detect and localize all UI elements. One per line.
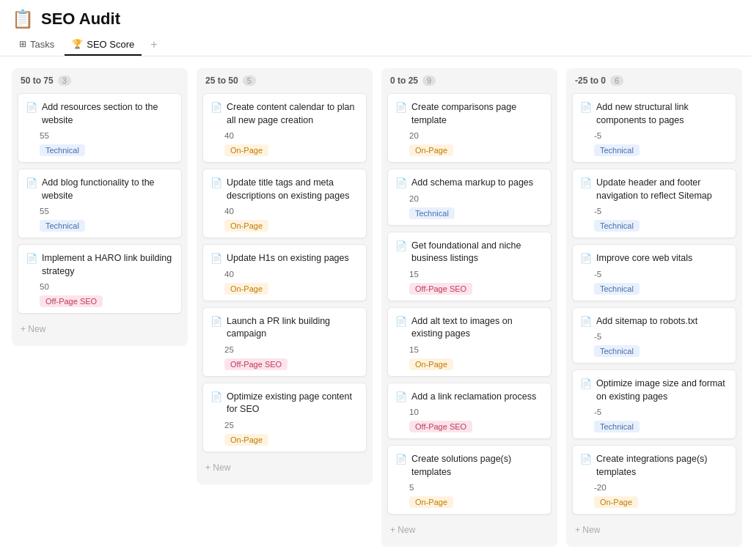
column-header-col-n25-0: -25 to 06 [572, 75, 736, 86]
card-score: -5 [580, 270, 728, 279]
card-title: Optimize existing page content for SEO [227, 391, 359, 416]
card[interactable]: 📄Update title tags and meta descriptions… [202, 169, 367, 238]
document-icon: 📄 [210, 391, 222, 402]
column-col-0-25: 0 to 259📄Create comparisons page templat… [381, 68, 557, 547]
document-icon: 📄 [210, 253, 222, 264]
add-new-col-n25-0[interactable]: + New [572, 520, 736, 539]
card-badge: On-Page [224, 144, 268, 156]
page-title: SEO Audit [41, 10, 120, 29]
card[interactable]: 📄Implement a HARO link building strategy… [18, 244, 182, 314]
card[interactable]: 📄Create integrations page(s) templates-2… [572, 445, 736, 515]
card[interactable]: 📄Improve core web vitals-5Technical [572, 244, 736, 301]
card-badge: Technical [594, 283, 640, 295]
card-title-row: 📄Launch a PR link building campaign [210, 315, 359, 341]
card-score: 20 [395, 131, 543, 140]
board: 50 to 753📄Add resources section to the w… [0, 56, 751, 559]
card-title: Create comparisons page template [411, 101, 543, 127]
page-header: 📋 SEO Audit [0, 0, 751, 34]
card[interactable]: 📄Create solutions page(s) templates5On-P… [387, 445, 552, 515]
document-icon: 📄 [26, 102, 37, 113]
card-score: -20 [580, 483, 728, 492]
card[interactable]: 📄Get foundational and niche business lis… [387, 232, 552, 301]
card[interactable]: 📄Add alt text to images on existing page… [387, 307, 552, 377]
column-col-25-50: 25 to 505📄Create content calendar to pla… [197, 68, 373, 485]
card-score: 25 [210, 345, 359, 354]
card-title: Implement a HARO link building strategy [42, 252, 174, 278]
document-icon: 📄 [395, 102, 407, 113]
card[interactable]: 📄Add schema markup to pages20Technical [387, 169, 552, 226]
card-title-row: 📄Optimize existing page content for SEO [210, 391, 359, 416]
card-title-row: 📄Improve core web vitals [580, 252, 728, 265]
card[interactable]: 📄Create comparisons page template20On-Pa… [387, 93, 552, 163]
column-header-col-50-75: 50 to 753 [18, 75, 182, 86]
card-title-row: 📄Add new structural link components to p… [580, 101, 728, 127]
column-title-col-0-25: 0 to 25 [390, 75, 418, 86]
card[interactable]: 📄Add resources section to the website55T… [18, 93, 182, 163]
document-icon: 📄 [580, 102, 592, 113]
card-badge: On-Page [409, 144, 453, 156]
card[interactable]: 📄Optimize existing page content for SEO2… [202, 383, 367, 452]
tab-tasks-label: Tasks [30, 39, 54, 50]
document-icon: 📄 [395, 177, 407, 188]
card-title: Create solutions page(s) templates [411, 453, 543, 479]
tab-bar: ⊞ Tasks 🏆 SEO Score + [0, 34, 751, 56]
card-title: Add alt text to images on existing pages [411, 315, 543, 341]
tab-tasks[interactable]: ⊞ Tasks [12, 34, 62, 56]
card[interactable]: 📄Add sitemap to robots.txt-5Technical [572, 307, 736, 364]
column-title-col-25-50: 25 to 50 [205, 75, 238, 86]
card-score: 40 [210, 207, 359, 215]
card-score: 40 [210, 131, 359, 140]
tab-seo-score[interactable]: 🏆 SEO Score [65, 34, 142, 56]
card[interactable]: 📄Add new structural link components to p… [572, 93, 736, 163]
column-count-col-25-50: 5 [243, 75, 256, 86]
document-icon: 📄 [210, 102, 222, 113]
card-title: Add a link reclamation process [411, 391, 536, 404]
card-title-row: 📄Add schema markup to pages [395, 177, 543, 190]
card-badge: Off-Page SEO [409, 421, 472, 432]
document-icon: 📄 [26, 177, 37, 188]
card[interactable]: 📄Update header and footer navigation to … [572, 169, 736, 238]
card-badge: Technical [594, 144, 640, 156]
card-score: -5 [580, 207, 728, 215]
column-col-n25-0: -25 to 06📄Add new structural link compon… [566, 68, 742, 547]
card-score: 15 [395, 345, 543, 354]
document-icon: 📄 [580, 454, 592, 465]
card[interactable]: 📄Create content calendar to plan all new… [202, 93, 367, 163]
card-score: 15 [395, 270, 543, 279]
card[interactable]: 📄Launch a PR link building campaign25Off… [202, 307, 367, 377]
card-title: Optimize image size and format on existi… [596, 377, 728, 403]
card-title: Add blog functionality to the website [42, 177, 174, 202]
document-icon: 📄 [26, 253, 37, 264]
card-title-row: 📄Add sitemap to robots.txt [580, 315, 728, 328]
card-title: Add resources section to the website [42, 101, 174, 127]
card[interactable]: 📄Update H1s on existing pages40On-Page [202, 244, 367, 301]
add-new-col-0-25[interactable]: + New [387, 520, 552, 539]
card-title-row: 📄Update H1s on existing pages [210, 252, 359, 265]
column-title-col-50-75: 50 to 75 [21, 75, 54, 86]
card-badge: Technical [594, 220, 640, 232]
card[interactable]: 📄Add a link reclamation process10Off-Pag… [387, 383, 552, 440]
card-title-row: 📄Update header and footer navigation to … [580, 177, 728, 202]
tasks-icon: ⊞ [19, 39, 26, 49]
card-score: -5 [580, 408, 728, 416]
add-new-col-50-75[interactable]: + New [18, 320, 182, 339]
document-icon: 📄 [395, 316, 407, 327]
column-count-col-0-25: 9 [422, 75, 436, 86]
card-score: 25 [210, 421, 359, 430]
card-score: 50 [26, 282, 174, 291]
page-icon: 📋 [12, 9, 34, 29]
add-new-col-25-50[interactable]: + New [202, 458, 367, 477]
add-tab-button[interactable]: + [144, 34, 163, 56]
document-icon: 📄 [395, 391, 407, 402]
card[interactable]: 📄Add blog functionality to the website55… [18, 169, 182, 238]
card-title: Update title tags and meta descriptions … [227, 177, 359, 202]
card-title-row: 📄Create solutions page(s) templates [395, 453, 543, 479]
card[interactable]: 📄Optimize image size and format on exist… [572, 369, 736, 439]
card-title-row: 📄Get foundational and niche business lis… [395, 240, 543, 265]
column-header-col-0-25: 0 to 259 [387, 75, 552, 86]
card-badge: Technical [40, 144, 85, 156]
card-badge: Technical [409, 207, 455, 219]
card-badge: On-Page [594, 496, 638, 508]
card-title: Add sitemap to robots.txt [596, 315, 697, 328]
card-title: Add new structural link components to pa… [596, 101, 728, 127]
